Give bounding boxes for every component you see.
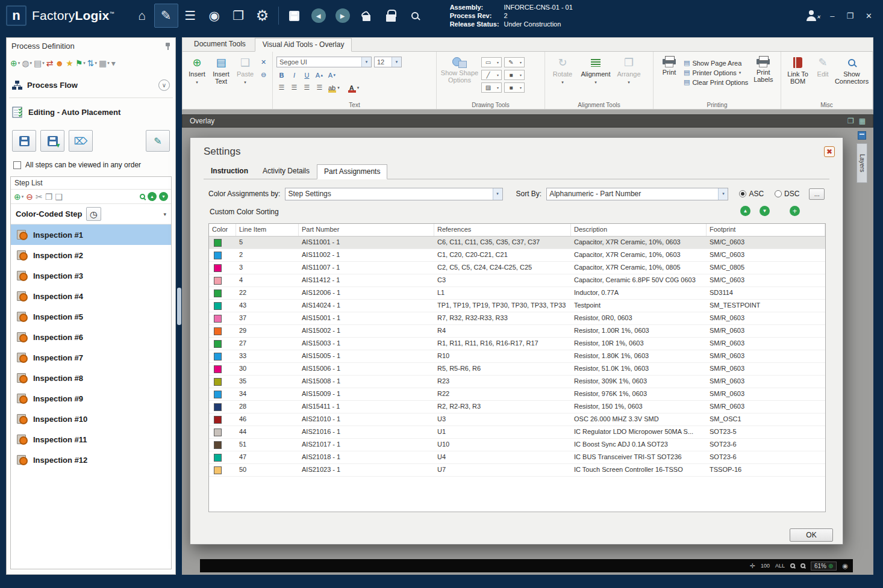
column-line-item[interactable]: Line Item [236, 224, 299, 236]
layers-tab[interactable]: Layers [856, 143, 867, 183]
cut-step-button[interactable]: ✂ [36, 192, 43, 202]
sync-button[interactable]: ⇄ [46, 58, 54, 68]
reorder-button[interactable]: ⇅▾ [87, 58, 97, 68]
grow-font-button[interactable]: A▲ [314, 70, 325, 80]
pen-color-select[interactable]: ✎▾ [504, 57, 525, 67]
remove-step-button[interactable]: ⊖ [26, 192, 33, 202]
redo-button[interactable]: ▶ [331, 4, 355, 28]
maximize-button[interactable]: ❐ [846, 11, 853, 20]
part-table-row[interactable]: 43AIS14024 - 1TP1, TP19, TP19, TP30, TP3… [209, 300, 825, 312]
add-step-button[interactable]: ⊕▾ [14, 192, 23, 202]
line-color-select[interactable]: ■▾ [504, 70, 525, 80]
part-table-row[interactable]: 51AIS21017 - 1U10IC Boost Sync ADJ 0.1A … [209, 439, 825, 451]
part-table-row[interactable]: 3AIS11007 - 1C2, C5, C5, C24, C24-C25, C… [209, 262, 825, 274]
save-step-button[interactable] [12, 130, 36, 152]
insert-button[interactable]: ⊕ Insert ▾ [186, 54, 208, 100]
show-page-area-button[interactable]: ▤Show Page Area [684, 59, 748, 67]
align-justify-button[interactable]: ☰ [314, 82, 325, 93]
part-table-row[interactable]: 5AIS11001 - 1C6, C11, C11, C35, C35, C37… [209, 237, 825, 249]
save-button[interactable] [282, 4, 307, 28]
process-editor-button[interactable]: ✎ [154, 4, 178, 28]
overflow-button[interactable]: ▾ [111, 58, 116, 68]
documents-button[interactable]: ❐ [226, 4, 251, 28]
clear-step-button[interactable]: ⌦ [69, 130, 93, 152]
part-table-row[interactable]: 29AIS15002 - 1R4Resistor, 1.00R 1%, 0603… [209, 325, 825, 338]
alignment-button[interactable]: Alignment ▾ [579, 54, 613, 100]
edit-visual-aid-button[interactable]: ✎ [146, 130, 170, 152]
close-button[interactable]: ✕ [866, 11, 872, 20]
home-button[interactable]: ⌂ [130, 4, 154, 28]
arrange-button[interactable]: ❐ Arrange ▾ [615, 54, 643, 100]
library-button[interactable]: ☰ [178, 4, 202, 28]
column-part-number[interactable]: Part Number [299, 224, 434, 236]
tab-activity-details[interactable]: Activity Details [255, 164, 317, 179]
rotate-button[interactable]: ↻ Rotate ▾ [549, 54, 576, 100]
font-family-select[interactable]: Segoe UI▾ [276, 57, 372, 67]
part-table-row[interactable]: 37AIS15001 - 1R7, R32, R32-R33, R33Resis… [209, 312, 825, 325]
part-table-row[interactable]: 34AIS15009 - 1R22Resistor, 976K 1%, 0603… [209, 388, 825, 401]
color-assignments-select[interactable]: Step Settings▾ [285, 188, 502, 200]
link-to-bom-button[interactable]: Link To BOM [785, 54, 811, 100]
undo-button[interactable]: ◀ [307, 4, 331, 28]
part-table-row[interactable]: 44AIS21016 - 1U1IC Regulator LDO Micropo… [209, 426, 825, 439]
tab-part-assignments[interactable]: Part Assignments [317, 164, 387, 179]
navigator-button[interactable]: ◉ [202, 4, 226, 28]
column-color[interactable]: Color [209, 224, 236, 236]
paste-button[interactable]: ❑ Paste ▾ [234, 54, 256, 100]
part-table-row[interactable]: 30AIS15006 - 1R5, R5-R6, R6Resistor, 51.… [209, 363, 825, 376]
column-references[interactable]: References [434, 224, 571, 236]
sort-by-select[interactable]: Alphanumeric - Part Number▾ [546, 188, 728, 200]
favorite-button[interactable]: ★ [66, 58, 73, 68]
lock-button[interactable] [379, 4, 403, 28]
step-item[interactable]: Inspection #12 [11, 450, 171, 470]
part-table-row[interactable]: 46AIS21010 - 1U3OSC 26.000 MHZ 3.3V SMDS… [209, 413, 825, 426]
panel-splitter[interactable] [177, 288, 181, 325]
insert-text-button[interactable]: ▤ Insert Text [210, 54, 232, 100]
move-icon[interactable]: ✛ [750, 562, 755, 570]
step-item[interactable]: Inspection #5 [11, 306, 171, 327]
print-button[interactable]: Print [657, 54, 681, 100]
zoom-all-button[interactable]: ALL [775, 563, 785, 569]
process-flow-row[interactable]: Process Flow ∨ [7, 72, 175, 97]
zoom-in-button[interactable] [800, 563, 805, 568]
italic-button[interactable]: I [289, 70, 299, 80]
align-left-button[interactable]: ☰ [276, 82, 287, 93]
move-step-down-button[interactable]: ▼ [159, 192, 168, 201]
sign-out-button[interactable]: ✕ [806, 10, 818, 21]
step-item[interactable]: Inspection #10 [11, 409, 171, 429]
unlock-button[interactable] [355, 4, 379, 28]
underline-button[interactable]: U [302, 70, 312, 80]
move-row-down-button[interactable]: ▼ [760, 206, 770, 216]
more-options-button[interactable]: ... [809, 188, 825, 200]
close-dialog-button[interactable]: ✖ [824, 146, 835, 157]
add-process-button[interactable]: ⊕▾ [10, 58, 20, 68]
part-table-row[interactable]: 47AIS21018 - 1U4IC BUS Transceiver TRI-S… [209, 451, 825, 464]
delete-button[interactable]: ✕ [258, 57, 269, 67]
fill-pattern-select[interactable]: ▨▾ [481, 82, 502, 93]
tab-visual-aid-tools[interactable]: Visual Aid Tools - Overlay [255, 38, 352, 52]
print-labels-button[interactable]: Print Labels [750, 54, 776, 100]
dsc-radio[interactable] [775, 190, 782, 197]
step-item[interactable]: Inspection #4 [11, 286, 171, 306]
link-button[interactable]: ◍▾ [22, 58, 32, 68]
pin-icon[interactable] [164, 42, 170, 51]
zoom-out-button[interactable] [790, 563, 795, 568]
print-process-button[interactable]: ▤▾ [34, 58, 45, 68]
any-order-checkbox[interactable] [13, 161, 21, 169]
minimize-button[interactable]: – [830, 11, 834, 20]
move-step-up-button[interactable]: ▲ [148, 192, 157, 201]
font-color-button[interactable]: A▾ [348, 83, 360, 93]
part-table-row[interactable]: 2AIS11002 - 1C1, C20, C20-C21, C21Capaci… [209, 249, 825, 262]
step-timing-button[interactable]: ◷ [86, 207, 101, 221]
font-size-select[interactable]: 12▾ [374, 57, 402, 67]
step-item[interactable]: Inspection #11 [11, 429, 171, 450]
layers-panel-icon[interactable] [858, 131, 866, 140]
clear-print-options-button[interactable]: ▤Clear Print Options [684, 78, 748, 86]
paste-step-button[interactable]: ❑ [55, 192, 63, 202]
overlay-layers-icon[interactable]: ❐ [847, 117, 854, 125]
highlight-button[interactable]: ab▾ [327, 83, 341, 93]
line-select[interactable]: ╱▾ [481, 70, 502, 80]
collapse-button[interactable]: ∨ [158, 79, 170, 91]
add-assignment-button[interactable]: + [790, 206, 800, 216]
column-description[interactable]: Description [571, 224, 707, 236]
